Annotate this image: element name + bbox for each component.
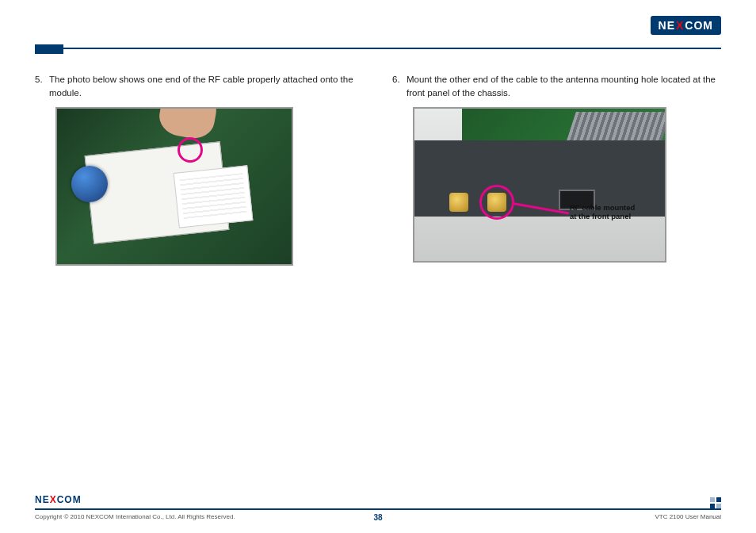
- column-left: 5. The photo below shows one end of the …: [35, 73, 378, 266]
- step-text: Mount the other end of the cable to the …: [407, 73, 721, 99]
- page-number: 38: [373, 513, 382, 522]
- footer-squares-icon: [710, 497, 721, 508]
- coin-battery: [71, 166, 108, 202]
- page-header: NEXCOM: [35, 16, 721, 43]
- brand-logo-top: NEXCOM: [651, 16, 721, 35]
- step-number: 5.: [35, 73, 49, 99]
- footer-rule: Copyright © 2010 NEXCOM International Co…: [35, 508, 721, 520]
- figure-rf-cable-front-panel: RF cable mounted at the front panel: [413, 107, 666, 263]
- brand-logo-footer: NEXCOM: [35, 494, 82, 505]
- callout-label: RF cable mounted at the front panel: [570, 204, 635, 221]
- document-title: VTC 2100 User Manual: [655, 513, 721, 520]
- module-label: [174, 166, 254, 228]
- step-number: 6.: [392, 73, 407, 99]
- highlight-circle-icon: [178, 137, 203, 163]
- callout-line2: at the front panel: [570, 212, 631, 220]
- copyright-text: Copyright © 2010 NEXCOM International Co…: [35, 513, 235, 520]
- column-right: 6. Mount the other end of the cable to t…: [378, 73, 721, 266]
- callout-line1: RF cable mounted: [570, 203, 635, 212]
- content-columns: 5. The photo below shows one end of the …: [35, 73, 721, 266]
- figure-rf-cable-on-module: [55, 107, 293, 266]
- step-6: 6. Mount the other end of the cable to t…: [392, 73, 721, 99]
- step-5: 5. The photo below shows one end of the …: [35, 73, 364, 99]
- page-footer: NEXCOM Copyright © 2010 NEXCOM Internati…: [35, 508, 721, 520]
- step-text: The photo below shows one end of the RF …: [49, 73, 364, 99]
- sma-connector: [449, 193, 468, 212]
- header-tab: [35, 44, 63, 54]
- header-rule: [35, 48, 721, 49]
